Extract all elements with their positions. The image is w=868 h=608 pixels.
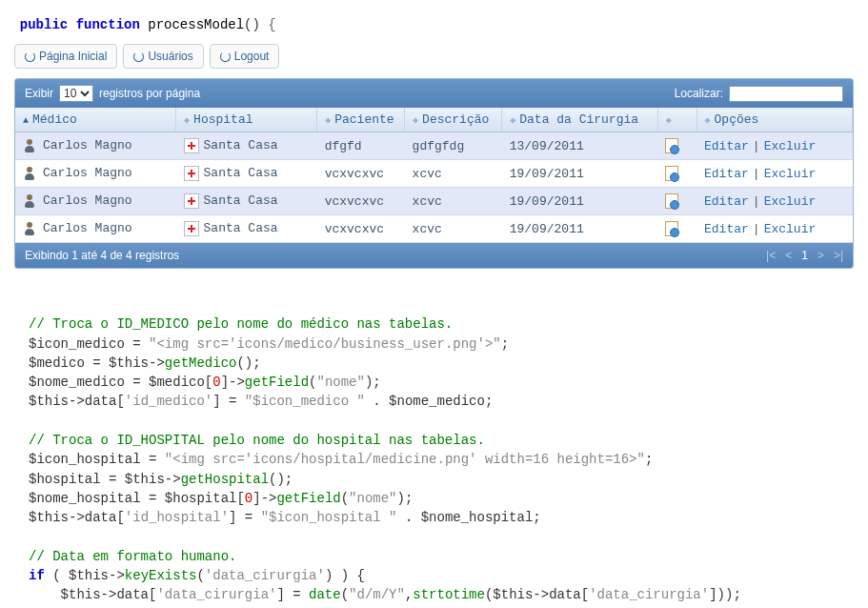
nav-buttons: Página Inicial Usuários Logout: [14, 44, 854, 69]
cell-descricao: xcvc: [405, 160, 502, 188]
table-row: Carlos MagnoSanta Casavcxvcxvcxcvc19/09/…: [15, 188, 853, 215]
col-descricao[interactable]: Descrição: [405, 108, 502, 132]
cell-medico: Carlos Magno: [43, 138, 132, 152]
col-data[interactable]: Data da Cirurgia: [502, 108, 657, 132]
logout-button-label: Logout: [234, 50, 270, 63]
datatable-table: Médico Hospital Paciente Descrição Data …: [15, 108, 853, 243]
hospital-icon: [184, 138, 199, 153]
cell-data: 19/09/2011: [502, 160, 657, 188]
page-size-select[interactable]: 10: [59, 85, 93, 102]
search-input[interactable]: [729, 86, 843, 102]
show-label: Exibir: [25, 87, 53, 100]
cell-medico: Carlos Magno: [43, 166, 132, 180]
delete-link[interactable]: Excluir: [764, 222, 817, 236]
col-hospital[interactable]: Hospital: [176, 108, 317, 132]
refresh-icon: [133, 51, 144, 62]
cell-descricao: xcvc: [405, 215, 502, 243]
sort-icon: [510, 114, 515, 126]
logout-button[interactable]: Logout: [210, 44, 280, 69]
edit-link[interactable]: Editar: [704, 139, 749, 153]
user-icon: [23, 193, 38, 209]
cell-medico: Carlos Magno: [43, 221, 132, 235]
delete-link[interactable]: Excluir: [764, 167, 817, 181]
cell-medico: Carlos Magno: [43, 193, 132, 208]
keyword-function: function: [76, 17, 140, 32]
col-icon[interactable]: [657, 108, 696, 132]
cell-data: 19/09/2011: [502, 215, 657, 243]
cell-paciente: vcxvcxvc: [317, 160, 405, 188]
user-icon: [23, 221, 38, 236]
pager: |< < 1 > >|: [766, 249, 843, 262]
users-button-label: Usuários: [148, 50, 192, 63]
sort-icon: [705, 114, 711, 126]
sort-icon: [325, 114, 331, 126]
datatable: Exibir 10 registros por página Localizar…: [14, 78, 854, 269]
sort-icon: [666, 114, 672, 126]
search-label: Localizar:: [675, 87, 723, 100]
delete-link[interactable]: Excluir: [764, 139, 817, 153]
function-signature: public function processModel() {: [0, 0, 868, 34]
sort-asc-icon: [23, 115, 29, 126]
cell-hospital: Santa Casa: [204, 193, 278, 208]
pager-prev[interactable]: <: [785, 249, 792, 262]
hospital-icon: [184, 166, 199, 181]
user-icon: [23, 166, 38, 181]
table-header-row: Médico Hospital Paciente Descrição Data …: [15, 108, 853, 132]
app-panel: Página Inicial Usuários Logout Exibir 10…: [14, 44, 854, 269]
table-row: Carlos MagnoSanta Casavcxvcxvcxcvc19/09/…: [15, 160, 853, 188]
users-button[interactable]: Usuários: [123, 44, 203, 69]
cell-paciente: vcxvcxvc: [317, 188, 405, 215]
cell-paciente: dfgfd: [317, 132, 405, 160]
refresh-icon: [25, 51, 35, 62]
function-name: processModel: [148, 17, 244, 32]
cell-descricao: xcvc: [405, 188, 502, 215]
col-medico[interactable]: Médico: [15, 108, 176, 132]
table-row: Carlos MagnoSanta Casavcxvcxvcxcvc19/09/…: [15, 215, 853, 243]
col-paciente[interactable]: Paciente: [317, 108, 405, 132]
hospital-icon: [184, 193, 199, 209]
cell-data: 19/09/2011: [502, 188, 657, 215]
home-button[interactable]: Página Inicial: [14, 44, 117, 69]
pager-current[interactable]: 1: [801, 249, 808, 262]
edit-link[interactable]: Editar: [704, 222, 749, 236]
home-button-label: Página Inicial: [39, 50, 107, 63]
pager-last[interactable]: >|: [834, 249, 843, 262]
cell-hospital: Santa Casa: [204, 221, 278, 235]
code-block: // Troca o ID_MEDICO pelo nome do médico…: [0, 288, 868, 608]
keyword-public: public: [20, 17, 68, 32]
table-row: Carlos MagnoSanta Casadfgfdgdfgfdg13/09/…: [15, 132, 853, 160]
cell-descricao: gdfgfdg: [405, 132, 502, 160]
cell-paciente: vcxvcxvc: [317, 215, 405, 243]
user-icon: [23, 138, 38, 153]
per-page-label: registros por página: [99, 87, 200, 100]
refresh-icon: [220, 51, 231, 62]
edit-link[interactable]: Editar: [704, 194, 749, 209]
hospital-icon: [184, 221, 199, 236]
sort-icon: [184, 114, 190, 126]
page-info-icon[interactable]: [665, 221, 678, 236]
pager-next[interactable]: >: [818, 249, 824, 262]
page-info-icon[interactable]: [665, 193, 678, 209]
pager-first[interactable]: |<: [766, 249, 776, 262]
sort-icon: [413, 114, 418, 126]
datatable-footer: Exibindo 1 até 4 de 4 registros |< < 1 >…: [15, 243, 853, 268]
page-info-icon[interactable]: [665, 138, 678, 153]
edit-link[interactable]: Editar: [704, 167, 749, 181]
cell-hospital: Santa Casa: [204, 138, 278, 152]
cell-hospital: Santa Casa: [204, 166, 278, 180]
col-opcoes[interactable]: Opções: [696, 108, 852, 132]
delete-link[interactable]: Excluir: [764, 194, 817, 209]
cell-data: 13/09/2011: [502, 132, 657, 160]
page-info-icon[interactable]: [665, 166, 678, 181]
datatable-toolbar: Exibir 10 registros por página Localizar…: [15, 79, 853, 108]
footer-info: Exibindo 1 até 4 de 4 registros: [25, 249, 179, 262]
